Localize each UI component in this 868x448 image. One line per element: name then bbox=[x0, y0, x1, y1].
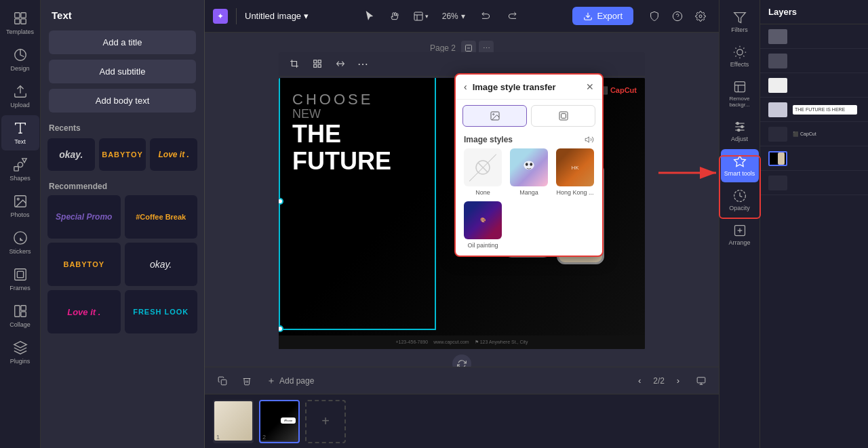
layout-tool-button[interactable]: ▾ bbox=[411, 6, 431, 26]
canvas-area[interactable]: Page 2 ⋯ bbox=[205, 33, 719, 367]
sidebar-item-text[interactable]: Text bbox=[1, 115, 39, 150]
next-page-button[interactable]: › bbox=[670, 373, 686, 389]
arrange-button[interactable]: Arrange bbox=[721, 218, 759, 251]
effects-button[interactable]: Effects bbox=[721, 40, 759, 73]
ist-back-button[interactable]: ‹ bbox=[464, 81, 467, 92]
add-page-thumbnail-button[interactable]: + bbox=[305, 400, 346, 443]
svg-point-22 bbox=[673, 12, 682, 20]
copy-page-button[interactable] bbox=[213, 371, 232, 390]
red-arrow bbox=[655, 159, 719, 186]
thumbnail-page-1[interactable]: 1 bbox=[213, 400, 254, 443]
svg-rect-16 bbox=[20, 306, 25, 310]
ist-style-oil[interactable]: 🎨 Oil painting bbox=[462, 201, 503, 249]
add-page-button[interactable]: Add page bbox=[262, 373, 319, 388]
page-navigation: ‹ 2/2 › bbox=[631, 373, 686, 389]
sidebar-item-photos[interactable]: Photos bbox=[1, 188, 39, 224]
shield-icon-button[interactable] bbox=[644, 6, 665, 26]
recent-loveit[interactable]: Love it . bbox=[150, 138, 197, 171]
sidebar-item-shapes[interactable]: Shapes bbox=[1, 152, 39, 187]
layers-header: Layers bbox=[760, 0, 868, 24]
hand-tool-button[interactable] bbox=[385, 6, 406, 26]
more-options-button[interactable]: ⋯ bbox=[353, 54, 372, 73]
text-panel: Text Add a title Add subtitle Add body t… bbox=[41, 0, 205, 448]
ist-header: ‹ Image style transfer ✕ bbox=[456, 75, 602, 100]
remove-bg-button[interactable]: Remove backgr... bbox=[721, 75, 759, 113]
svg-point-50 bbox=[736, 49, 742, 55]
svg-rect-18 bbox=[414, 12, 422, 20]
thumbnail-page-2[interactable]: iPhone 2 bbox=[259, 400, 300, 443]
svg-rect-46 bbox=[697, 377, 705, 382]
layer-item-5[interactable]: ⬛ CapCut bbox=[760, 122, 868, 146]
svg-rect-30 bbox=[318, 64, 321, 67]
sidebar-item-templates[interactable]: Templates bbox=[1, 5, 39, 41]
svg-marker-10 bbox=[22, 159, 26, 163]
thumbnail-2-content: iPhone bbox=[260, 401, 298, 441]
svg-point-24 bbox=[699, 15, 702, 18]
prev-page-button[interactable]: ‹ bbox=[631, 373, 648, 389]
opacity-button[interactable]: Opacity bbox=[721, 184, 759, 217]
undo-button[interactable] bbox=[476, 6, 496, 26]
layer-item-7[interactable] bbox=[760, 171, 868, 195]
sidebar-item-design[interactable]: Design bbox=[1, 42, 39, 77]
layer-item-6[interactable] bbox=[760, 146, 868, 171]
text-panel-title: Text bbox=[41, 0, 204, 28]
ist-style-none[interactable]: None bbox=[462, 148, 503, 196]
layer-brand-5: ⬛ CapCut bbox=[793, 131, 860, 137]
sidebar-item-stickers[interactable]: Stickers bbox=[1, 225, 39, 260]
ist-close-button[interactable]: ✕ bbox=[586, 81, 594, 92]
ist-style-hk[interactable]: HK Hong Kong ... bbox=[555, 148, 595, 196]
settings-icon-button[interactable] bbox=[690, 6, 711, 26]
recommended-grid: Special Promo #Coffee Break BABYTOY okay… bbox=[41, 195, 204, 339]
layer-thumb-6 bbox=[768, 151, 787, 166]
svg-rect-0 bbox=[14, 13, 19, 18]
present-button[interactable] bbox=[692, 371, 711, 390]
crop-tool-button[interactable] bbox=[284, 54, 304, 73]
recent-okay[interactable]: okay. bbox=[47, 138, 95, 171]
ist-style-manga[interactable]: Manga bbox=[509, 148, 549, 196]
recent-babytoy[interactable]: BABYTOY bbox=[99, 138, 146, 171]
add-title-button[interactable]: Add a title bbox=[49, 30, 196, 54]
delete-page-button[interactable] bbox=[237, 371, 256, 390]
svg-point-41 bbox=[526, 163, 528, 165]
help-icon-button[interactable] bbox=[667, 6, 688, 26]
toolbar-right-icons bbox=[644, 6, 711, 26]
ist-tabs bbox=[456, 100, 602, 132]
layer-item-1[interactable] bbox=[760, 24, 868, 49]
add-body-button[interactable]: Add body text bbox=[49, 89, 196, 113]
sidebar-item-collage[interactable]: Collage bbox=[1, 298, 39, 333]
document-title[interactable]: Untitled image ▾ bbox=[245, 11, 309, 21]
rec-fresh-look[interactable]: FRESH LOOK bbox=[125, 290, 198, 333]
flip-tool-button[interactable] bbox=[330, 54, 351, 73]
sidebar-item-upload[interactable]: Upload bbox=[1, 79, 39, 114]
svg-rect-15 bbox=[14, 306, 19, 317]
svg-marker-37 bbox=[585, 137, 589, 142]
layer-item-4[interactable]: THE FUTURE IS HERE bbox=[760, 98, 868, 122]
filters-button[interactable]: Filters bbox=[721, 5, 759, 39]
ist-tab-frame[interactable] bbox=[531, 105, 595, 127]
sidebar-item-plugins[interactable]: Plugins bbox=[1, 335, 39, 370]
svg-point-12 bbox=[17, 198, 19, 200]
svg-rect-51 bbox=[734, 82, 745, 92]
rec-loveit2[interactable]: Love it . bbox=[47, 290, 121, 333]
export-button[interactable]: Export bbox=[572, 7, 633, 25]
zoom-control[interactable]: 26% ▾ bbox=[437, 9, 471, 24]
layer-item-3[interactable] bbox=[760, 73, 868, 98]
svg-rect-1 bbox=[20, 13, 25, 18]
redo-button[interactable] bbox=[502, 6, 522, 26]
adjust-button[interactable]: Adjust bbox=[721, 115, 759, 148]
rec-special-promo[interactable]: Special Promo bbox=[47, 195, 121, 239]
svg-rect-35 bbox=[559, 112, 568, 120]
smart-tools-button[interactable]: Smart tools bbox=[721, 149, 759, 182]
layer-thumb-7 bbox=[768, 176, 787, 190]
rec-coffee-break[interactable]: #Coffee Break bbox=[125, 195, 198, 239]
pointer-tool-button[interactable] bbox=[359, 6, 380, 26]
layer-item-2[interactable] bbox=[760, 49, 868, 73]
add-subtitle-button[interactable]: Add subtitle bbox=[49, 60, 196, 83]
rec-babytoy2[interactable]: BABYTOY bbox=[47, 243, 121, 286]
grid-tool-button[interactable] bbox=[307, 54, 328, 73]
ist-styles-label: Image styles bbox=[456, 132, 602, 148]
sync-button[interactable] bbox=[452, 354, 471, 367]
rec-okay2[interactable]: okay. bbox=[125, 243, 198, 286]
sidebar-item-frames[interactable]: Frames bbox=[1, 262, 39, 297]
ist-tab-image[interactable] bbox=[462, 105, 527, 127]
